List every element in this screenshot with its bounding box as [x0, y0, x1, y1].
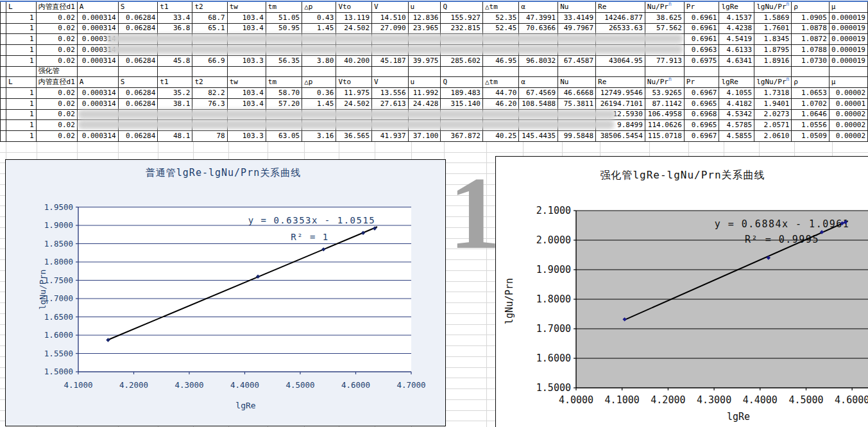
table-cell[interactable]: 1.7318 — [754, 88, 792, 99]
table-cell[interactable]: 145.4435 — [519, 131, 558, 142]
table-cell[interactable]: 1.0556 — [792, 120, 830, 131]
table-cell[interactable]: 1 — [6, 12, 36, 23]
table-cell[interactable]: 1.0730 — [792, 55, 830, 66]
table-cell[interactable]: 51.05 — [266, 12, 302, 23]
table-cell[interactable]: 0.06284 — [118, 98, 158, 109]
table-cell[interactable] — [558, 66, 596, 77]
table-cell[interactable]: 4.6133 — [719, 45, 754, 56]
table-cell[interactable] — [1, 2, 6, 13]
table-cell[interactable]: 52.45 — [482, 23, 518, 34]
table-cell[interactable]: 3.80 — [302, 55, 336, 66]
table-cell[interactable]: 315.140 — [441, 98, 483, 109]
table-cell[interactable]: 0.6967 — [684, 131, 719, 142]
table-cell[interactable]: 0.000314 — [77, 88, 118, 99]
column-header[interactable]: lgNu/Prn — [754, 2, 792, 13]
table-cell[interactable] — [158, 66, 192, 77]
table-cell[interactable]: 50.95 — [266, 23, 302, 34]
table-cell[interactable] — [1, 98, 6, 109]
table-cell[interactable]: 1 — [6, 23, 36, 34]
table-cell[interactable]: 57.562 — [645, 23, 684, 34]
table-cell[interactable]: 103.3 — [227, 131, 266, 142]
table-cell[interactable] — [227, 66, 266, 77]
table-cell[interactable]: 1 — [6, 98, 36, 109]
table-cell[interactable]: 0.02 — [36, 45, 77, 56]
column-header[interactable]: t1 — [158, 77, 192, 88]
table-cell[interactable]: 26533.63 — [596, 23, 645, 34]
table-cell[interactable]: 56.35 — [266, 55, 302, 66]
column-header[interactable]: V — [372, 77, 409, 88]
table-cell[interactable]: 87.1142 — [645, 98, 684, 109]
table-cell[interactable]: 1.8795 — [754, 45, 792, 56]
table-cell[interactable] — [118, 66, 158, 77]
table-cell[interactable] — [829, 66, 867, 77]
table-cell[interactable]: 33.4 — [158, 12, 192, 23]
table-cell[interactable]: 0.02 — [36, 88, 77, 99]
table-cell[interactable]: 1.45 — [302, 23, 336, 34]
table-cell[interactable]: 36.565 — [336, 131, 372, 142]
table-cell[interactable]: 41.937 — [372, 131, 409, 142]
table-cell[interactable]: 0.000019 — [829, 45, 867, 56]
table-cell[interactable]: 12.836 — [408, 12, 441, 23]
table-cell[interactable]: 108.5488 — [519, 98, 558, 109]
table-cell[interactable]: 103.4 — [227, 98, 266, 109]
table-cell[interactable]: 78 — [192, 131, 227, 142]
table-cell[interactable]: 1.0878 — [792, 23, 830, 34]
table-cell[interactable] — [1, 88, 6, 99]
table-cell[interactable]: 35.2 — [158, 88, 192, 99]
table-cell[interactable] — [408, 66, 441, 77]
table-cell[interactable]: 76.3 — [192, 98, 227, 109]
table-cell[interactable] — [1, 77, 6, 88]
column-header[interactable]: L — [6, 2, 36, 13]
column-header[interactable]: tw — [227, 2, 266, 13]
table-cell[interactable]: 24.502 — [336, 23, 372, 34]
table-cell[interactable] — [754, 66, 792, 77]
table-cell[interactable]: 232.815 — [441, 23, 483, 34]
table-cell[interactable]: 45.8 — [158, 55, 192, 66]
table-cell[interactable]: 1 — [6, 109, 36, 120]
table-cell[interactable]: 38.625 — [645, 12, 684, 23]
column-header[interactable]: u — [408, 77, 441, 88]
table-cell[interactable]: 4.5342 — [719, 109, 754, 120]
column-header[interactable]: Q — [441, 2, 483, 13]
table-cell[interactable]: 53.9265 — [645, 88, 684, 99]
table-cell[interactable] — [1, 109, 6, 120]
table-cell[interactable]: 40.200 — [336, 55, 372, 66]
table-cell[interactable]: 1 — [6, 120, 36, 131]
table-cell[interactable] — [482, 66, 518, 77]
column-header[interactable]: lgRe — [719, 77, 754, 88]
table-cell[interactable]: 40.25 — [482, 131, 518, 142]
column-header[interactable]: S — [118, 77, 158, 88]
table-cell[interactable]: 67.4569 — [519, 88, 558, 99]
table-cell[interactable]: 0.000314 — [77, 23, 118, 34]
table-cell[interactable]: 1.8345 — [754, 34, 792, 45]
column-header[interactable]: S — [118, 2, 158, 13]
table-cell[interactable]: 65.1 — [192, 23, 227, 34]
column-header[interactable]: V — [372, 2, 409, 13]
column-header[interactable]: t2 — [192, 2, 227, 13]
column-header[interactable]: Re — [596, 2, 645, 13]
table-cell[interactable]: 96.8032 — [519, 55, 558, 66]
table-cell[interactable] — [441, 66, 483, 77]
table-cell[interactable]: 2.0273 — [754, 109, 792, 120]
table-cell[interactable]: 82.2 — [192, 88, 227, 99]
table-cell[interactable]: 0.6968 — [684, 109, 719, 120]
column-header[interactable]: t1 — [158, 2, 192, 13]
table-cell[interactable]: 103.4 — [227, 23, 266, 34]
column-header[interactable]: lgRe — [719, 2, 754, 13]
table-cell[interactable] — [336, 66, 372, 77]
table-cell[interactable]: 0.000019 — [829, 55, 867, 66]
column-header[interactable]: Vto — [336, 2, 372, 13]
table-cell[interactable] — [1, 131, 6, 142]
table-cell[interactable] — [372, 66, 409, 77]
table-cell[interactable]: 14246.877 — [596, 12, 645, 23]
chart-ordinary-tube[interactable]: 1.50001.55001.60001.65001.70001.75001.80… — [5, 159, 446, 426]
table-cell[interactable]: 0.02 — [36, 34, 77, 45]
table-cell[interactable]: 115.0718 — [645, 131, 684, 142]
table-cell[interactable]: 33.4149 — [558, 12, 596, 23]
table-cell[interactable]: 13.119 — [336, 12, 372, 23]
table-cell[interactable]: 4.5419 — [719, 34, 754, 45]
table-cell[interactable]: 0.6961 — [684, 12, 719, 23]
column-header[interactable]: tm — [266, 2, 302, 13]
table-cell[interactable]: 0.06284 — [118, 12, 158, 23]
table-cell[interactable]: 0.00002 — [829, 131, 867, 142]
